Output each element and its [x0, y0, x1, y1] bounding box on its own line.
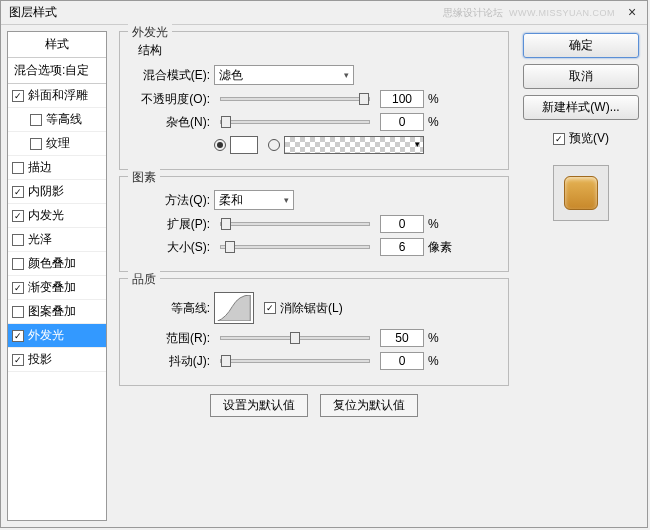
range-label: 范围(R):	[130, 330, 214, 347]
sidebar-item-3[interactable]: 描边	[8, 156, 106, 180]
sidebar-item-label: 外发光	[28, 327, 64, 344]
structure-legend: 结构	[138, 42, 498, 59]
sidebar-item-label: 内阴影	[28, 183, 64, 200]
dialog-title: 图层样式	[9, 4, 443, 21]
sidebar-checkbox[interactable]	[12, 162, 24, 174]
sidebar-checkbox[interactable]	[12, 354, 24, 366]
blend-mode-select[interactable]: 滤色▾	[214, 65, 354, 85]
size-input[interactable]: 6	[380, 238, 424, 256]
dialog-buttons: 确定 取消 新建样式(W)... 预览(V)	[521, 31, 641, 521]
sidebar-item-10[interactable]: 外发光	[8, 324, 106, 348]
sidebar-item-8[interactable]: 渐变叠加	[8, 276, 106, 300]
range-input[interactable]: 50	[380, 329, 424, 347]
sidebar-item-6[interactable]: 光泽	[8, 228, 106, 252]
jitter-input[interactable]: 0	[380, 352, 424, 370]
sidebar-item-11[interactable]: 投影	[8, 348, 106, 372]
opacity-slider[interactable]	[220, 97, 370, 101]
spread-unit: %	[428, 217, 452, 231]
watermark-text: 思缘设计论坛	[443, 6, 503, 20]
noise-label: 杂色(N):	[130, 114, 214, 131]
sidebar-header[interactable]: 样式	[8, 32, 106, 58]
spread-input[interactable]: 0	[380, 215, 424, 233]
close-icon[interactable]: ×	[625, 6, 639, 20]
preview-checkbox[interactable]	[553, 133, 565, 145]
sidebar-checkbox[interactable]	[12, 210, 24, 222]
sidebar-checkbox[interactable]	[30, 114, 42, 126]
antialias-checkbox[interactable]	[264, 302, 276, 314]
method-select[interactable]: 柔和▾	[214, 190, 294, 210]
size-label: 大小(S):	[130, 239, 214, 256]
sidebar-checkbox[interactable]	[12, 234, 24, 246]
sidebar-item-0[interactable]: 斜面和浮雕	[8, 84, 106, 108]
gradient-radio[interactable]	[268, 139, 280, 151]
preview-label: 预览(V)	[569, 130, 609, 147]
sidebar-checkbox[interactable]	[30, 138, 42, 150]
sidebar-item-5[interactable]: 内发光	[8, 204, 106, 228]
sidebar-item-1[interactable]: 等高线	[8, 108, 106, 132]
size-unit: 像素	[428, 239, 452, 256]
set-default-button[interactable]: 设置为默认值	[210, 394, 308, 417]
blend-mode-label: 混合模式(E):	[130, 67, 214, 84]
opacity-input[interactable]: 100	[380, 90, 424, 108]
sidebar-item-label: 投影	[28, 351, 52, 368]
sidebar-checkbox[interactable]	[12, 258, 24, 270]
quality-legend: 品质	[128, 271, 160, 288]
sidebar-item-2[interactable]: 纹理	[8, 132, 106, 156]
jitter-slider[interactable]	[220, 359, 370, 363]
jitter-unit: %	[428, 354, 452, 368]
outer-glow-fieldset: 外发光 结构 混合模式(E): 滤色▾ 不透明度(O): 100 % 杂色(N)…	[119, 31, 509, 170]
sidebar-item-7[interactable]: 颜色叠加	[8, 252, 106, 276]
elements-legend: 图素	[128, 169, 160, 186]
noise-input[interactable]: 0	[380, 113, 424, 131]
range-unit: %	[428, 331, 452, 345]
sidebar-item-label: 渐变叠加	[28, 279, 76, 296]
sidebar-checkbox[interactable]	[12, 90, 24, 102]
sidebar-checkbox[interactable]	[12, 306, 24, 318]
gradient-swatch[interactable]: ▾	[284, 136, 424, 154]
contour-swatch[interactable]	[214, 292, 254, 324]
chevron-down-icon: ▾	[284, 195, 289, 205]
ok-button[interactable]: 确定	[523, 33, 639, 58]
sidebar-item-label: 等高线	[46, 111, 82, 128]
spread-label: 扩展(P):	[130, 216, 214, 233]
quality-fieldset: 品质 等高线: 消除锯齿(L) 范围(R): 50 %	[119, 278, 509, 386]
chevron-down-icon: ▾	[344, 70, 349, 80]
contour-label: 等高线:	[130, 300, 214, 317]
antialias-label: 消除锯齿(L)	[280, 300, 343, 317]
noise-unit: %	[428, 115, 452, 129]
method-label: 方法(Q):	[130, 192, 214, 209]
sidebar-checkbox[interactable]	[12, 186, 24, 198]
sidebar-item-label: 纹理	[46, 135, 70, 152]
opacity-label: 不透明度(O):	[130, 91, 214, 108]
sidebar-subheader[interactable]: 混合选项:自定	[8, 58, 106, 84]
range-slider[interactable]	[220, 336, 370, 340]
opacity-unit: %	[428, 92, 452, 106]
layer-style-dialog: 图层样式 思缘设计论坛 WWW.MISSYUAN.COM × 样式 混合选项:自…	[0, 0, 648, 528]
noise-slider[interactable]	[220, 120, 370, 124]
new-style-button[interactable]: 新建样式(W)...	[523, 95, 639, 120]
spread-slider[interactable]	[220, 222, 370, 226]
sidebar-item-label: 斜面和浮雕	[28, 87, 88, 104]
watermark-url: WWW.MISSYUAN.COM	[509, 8, 615, 18]
sidebar-item-label: 图案叠加	[28, 303, 76, 320]
elements-fieldset: 图素 方法(Q): 柔和▾ 扩展(P): 0 % 大小(S): 6	[119, 176, 509, 272]
jitter-label: 抖动(J):	[130, 353, 214, 370]
settings-panel: 外发光 结构 混合模式(E): 滤色▾ 不透明度(O): 100 % 杂色(N)…	[115, 31, 513, 521]
panel-title: 外发光	[128, 24, 172, 41]
color-swatch[interactable]	[230, 136, 258, 154]
reset-default-button[interactable]: 复位为默认值	[320, 394, 418, 417]
sidebar-item-label: 描边	[28, 159, 52, 176]
chevron-down-icon: ▾	[415, 139, 420, 149]
sidebar-item-label: 光泽	[28, 231, 52, 248]
size-slider[interactable]	[220, 245, 370, 249]
styles-sidebar: 样式 混合选项:自定 斜面和浮雕等高线纹理描边内阴影内发光光泽颜色叠加渐变叠加图…	[7, 31, 107, 521]
sidebar-item-label: 内发光	[28, 207, 64, 224]
title-bar: 图层样式 思缘设计论坛 WWW.MISSYUAN.COM ×	[1, 1, 647, 25]
sidebar-checkbox[interactable]	[12, 282, 24, 294]
color-radio[interactable]	[214, 139, 226, 151]
sidebar-item-4[interactable]: 内阴影	[8, 180, 106, 204]
sidebar-item-9[interactable]: 图案叠加	[8, 300, 106, 324]
sidebar-item-label: 颜色叠加	[28, 255, 76, 272]
sidebar-checkbox[interactable]	[12, 330, 24, 342]
cancel-button[interactable]: 取消	[523, 64, 639, 89]
